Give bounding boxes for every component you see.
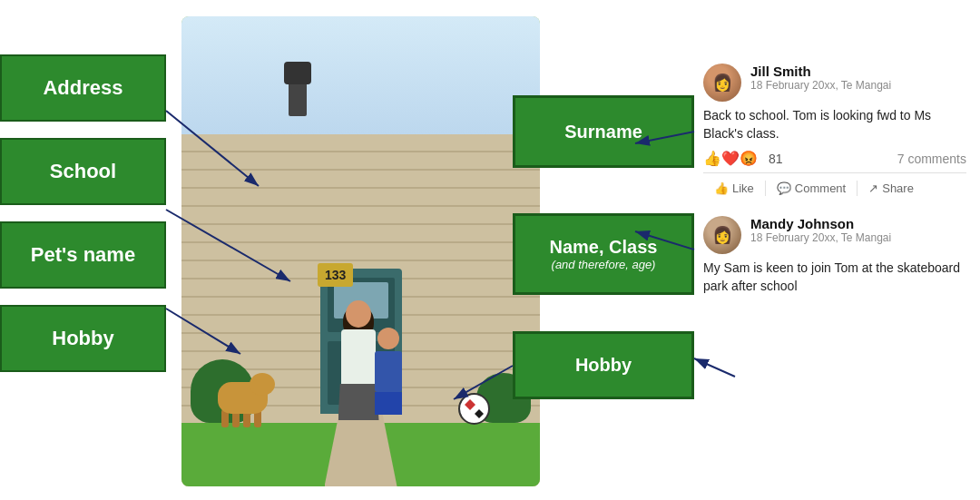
share-button[interactable]: ↗ Share xyxy=(858,179,925,198)
svg-line-6 xyxy=(694,358,735,377)
scene-image: 133 xyxy=(181,16,540,486)
avatar-mandy: 👩 xyxy=(703,216,741,254)
nameclass-label: Name, Class xyxy=(550,237,658,258)
post-meta-mandy: Mandy Johnson 18 February 20xx, Te Manga… xyxy=(750,216,966,244)
comment-icon: 💬 xyxy=(777,181,791,195)
jill-reactions: 👍 ❤️ 😡 81 7 comments xyxy=(703,150,966,167)
boy-figure xyxy=(370,328,407,427)
like-icon: 👍 xyxy=(714,181,729,195)
mandy-post-date: 18 February 20xx, Te Mangai xyxy=(750,231,966,244)
address-label: Address xyxy=(0,54,166,122)
comment-label: Comment xyxy=(795,181,846,195)
left-labels-panel: Address School Pet's name Hobby xyxy=(0,54,166,388)
avatar-jill: 👩 xyxy=(703,64,741,102)
surname-overlay-box: Surname xyxy=(513,95,694,168)
like-label: Like xyxy=(732,181,754,195)
reaction-count: 81 xyxy=(769,152,783,166)
like-emoji: 👍 xyxy=(703,150,721,167)
comment-button[interactable]: 💬 Comment xyxy=(766,179,857,198)
like-button[interactable]: 👍 Like xyxy=(703,179,765,198)
mandy-post-text: My Sam is keen to join Tom at the skateb… xyxy=(703,260,966,295)
post-header-jill: 👩 Jill Smith 18 February 20xx, Te Mangai xyxy=(703,64,966,102)
jill-post-date: 18 February 20xx, Te Mangai xyxy=(750,79,966,92)
heart-emoji: ❤️ xyxy=(721,150,740,167)
jill-post-actions: 👍 Like 💬 Comment ↗ Share xyxy=(703,172,966,198)
jill-post-text: Back to school. Tom is looking fwd to Ms… xyxy=(703,107,966,142)
house-number: 133 xyxy=(318,263,353,287)
share-icon: ↗ xyxy=(868,181,878,195)
reaction-icons: 👍 ❤️ 😡 xyxy=(703,150,758,167)
share-label: Share xyxy=(882,181,914,195)
comments-count: 7 comments xyxy=(897,152,966,166)
surname-label: Surname xyxy=(564,122,642,142)
pets-name-label: Pet's name xyxy=(0,221,166,289)
post-mandy-johnson: 👩 Mandy Johnson 18 February 20xx, Te Man… xyxy=(703,216,966,295)
social-panel: 👩 Jill Smith 18 February 20xx, Te Mangai… xyxy=(690,54,980,322)
angry-emoji: 😡 xyxy=(740,150,758,167)
school-label: School xyxy=(0,138,166,205)
jill-author-name: Jill Smith xyxy=(750,64,966,79)
mandy-author-name: Mandy Johnson xyxy=(750,216,966,231)
dog-figure xyxy=(209,368,281,427)
post-jill-smith: 👩 Jill Smith 18 February 20xx, Te Mangai… xyxy=(703,64,966,198)
nameclass-overlay-box: Name, Class (and therefore, age) xyxy=(513,213,694,295)
hobby-overlay-label: Hobby xyxy=(575,355,632,376)
soccer-ball xyxy=(458,393,490,425)
post-header-mandy: 👩 Mandy Johnson 18 February 20xx, Te Man… xyxy=(703,216,966,254)
post-meta-jill: Jill Smith 18 February 20xx, Te Mangai xyxy=(750,64,966,92)
nameclass-sub: (and therefore, age) xyxy=(552,258,656,271)
hobby-label: Hobby xyxy=(0,305,166,372)
hobby-overlay-box: Hobby xyxy=(513,331,694,399)
